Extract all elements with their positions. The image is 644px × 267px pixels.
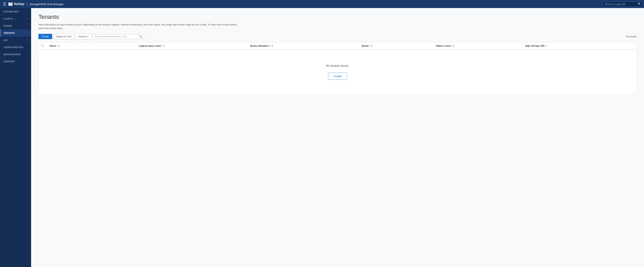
th-quota[interactable]: Quota ? ▲▼ xyxy=(362,44,436,47)
th-object-count-label: Object count xyxy=(436,44,450,47)
actions-label: Actions xyxy=(78,35,86,38)
tenants-table: Name ? ▲▼ Logical space used ? ▲▼ Quota … xyxy=(38,42,637,94)
svg-rect-2 xyxy=(8,4,12,6)
th-object-count-sort-icon[interactable]: ▲▼ xyxy=(453,44,455,47)
app-title: StorageGRID Grid Manager xyxy=(30,2,64,6)
sidebar-label-tenants: TENANTS xyxy=(4,32,15,34)
th-object-count-help-icon[interactable]: ? xyxy=(451,45,452,47)
sidebar-item-configuration[interactable]: CONFIGURATION xyxy=(0,44,31,51)
alerts-status-icon: ✓ xyxy=(14,18,16,20)
th-quota-util-sort-icon[interactable]: ▲▼ xyxy=(272,44,273,47)
sidebar-label-ilm: ILM xyxy=(4,39,8,42)
page-title: Tenants xyxy=(38,14,637,20)
th-logical-sort-icon[interactable]: ▲▼ xyxy=(164,44,165,47)
th-quota-help-icon[interactable]: ? xyxy=(369,45,370,47)
sidebar-label-dashboard: DASHBOARD xyxy=(4,10,18,13)
page-description: View information for each tenant account… xyxy=(38,23,240,30)
app-logo: NetApp xyxy=(8,2,24,6)
actions-button[interactable]: Actions ▼ xyxy=(76,34,92,39)
th-name-label: Name xyxy=(50,44,56,47)
th-logical-label: Logical space used xyxy=(139,44,161,47)
sidebar-item-dashboard[interactable]: DASHBOARD xyxy=(0,8,31,15)
th-quota-utilization[interactable]: Quota utilization ? ▲▼ xyxy=(250,44,362,47)
sidebar-label-maintenance: MAINTENANCE xyxy=(4,53,21,56)
alerts-chevron-icon: ▼ xyxy=(26,18,28,20)
th-quota-util-label: Quota utilization xyxy=(250,44,269,47)
svg-rect-0 xyxy=(8,2,10,4)
empty-state-text: No tenants found. xyxy=(326,64,349,68)
th-name-sort-icon[interactable]: ▲▼ xyxy=(59,44,60,47)
sidebar-item-alerts[interactable]: ALERTS ✓ ▼ xyxy=(0,15,31,22)
th-quota-util-help-icon[interactable]: ? xyxy=(270,45,271,47)
ilm-chevron-icon: ▼ xyxy=(26,39,28,41)
tenant-search-container: 🔍 xyxy=(93,34,144,39)
sidebar-label-support: SUPPORT xyxy=(4,60,15,63)
th-sign-url-help-icon[interactable]: ? xyxy=(546,45,547,47)
sidebar-label-nodes: NODES xyxy=(4,24,12,27)
th-object-count[interactable]: Object count ? ▲▼ xyxy=(436,44,525,47)
th-name[interactable]: Name ? ▲▼ xyxy=(48,44,139,47)
top-navigation: ☰ NetApp | StorageGRID Grid Manager 🔍 xyxy=(0,0,644,8)
th-quota-sort-icon[interactable]: ▲▼ xyxy=(371,44,373,47)
toolbar: Create Export to CSV Actions ▼ 🔍 No resu… xyxy=(38,34,637,39)
netapp-logo-icon xyxy=(8,2,12,6)
table-header: Name ? ▲▼ Logical space used ? ▲▼ Quota … xyxy=(38,42,636,50)
page-search: 🔍 xyxy=(603,2,641,6)
th-name-help-icon[interactable]: ? xyxy=(57,45,58,47)
main-content: Tenants View information for each tenant… xyxy=(31,8,644,267)
sidebar: DASHBOARD ALERTS ✓ ▼ NODES TENANTS ILM ▼… xyxy=(0,8,31,267)
create-button[interactable]: Create xyxy=(38,34,52,39)
th-quota-label: Quota xyxy=(362,44,369,47)
sidebar-item-ilm[interactable]: ILM ▼ xyxy=(0,36,31,44)
logo-text: NetApp xyxy=(14,2,24,6)
sidebar-label-alerts: ALERTS xyxy=(4,17,12,20)
page-search-button[interactable]: 🔍 xyxy=(638,2,641,6)
page-search-input[interactable] xyxy=(603,2,643,6)
nav-divider: | xyxy=(26,2,28,6)
sidebar-item-maintenance[interactable]: MAINTENANCE xyxy=(0,51,31,58)
th-sign-url: Sign in/Copy URL ? xyxy=(525,44,636,47)
empty-create-button[interactable]: Create xyxy=(328,72,347,80)
sidebar-label-configuration: CONFIGURATION xyxy=(4,46,23,49)
hamburger-menu-icon[interactable]: ☰ xyxy=(3,2,6,6)
tenant-search-input[interactable] xyxy=(95,35,139,38)
sidebar-item-support[interactable]: SUPPORT xyxy=(0,58,31,65)
empty-state: No tenants found. Create xyxy=(38,50,636,94)
actions-chevron-icon: ▼ xyxy=(87,36,89,38)
th-logical-help-icon[interactable]: ? xyxy=(161,45,163,47)
sidebar-item-tenants[interactable]: TENANTS xyxy=(0,30,31,36)
main-layout: DASHBOARD ALERTS ✓ ▼ NODES TENANTS ILM ▼… xyxy=(0,8,644,267)
svg-rect-1 xyxy=(10,2,12,4)
tenant-search-icon: 🔍 xyxy=(139,35,142,38)
alerts-item-inner: ALERTS ✓ xyxy=(4,17,16,20)
export-csv-button[interactable]: Export to CSV xyxy=(54,34,74,39)
sidebar-item-nodes[interactable]: NODES xyxy=(0,22,31,30)
th-checkbox xyxy=(38,44,48,47)
no-results-label: No results xyxy=(626,35,637,38)
th-logical-space[interactable]: Logical space used ? ▲▼ xyxy=(139,44,250,47)
select-all-checkbox[interactable] xyxy=(41,44,44,47)
th-sign-url-label: Sign in/Copy URL xyxy=(525,44,545,47)
